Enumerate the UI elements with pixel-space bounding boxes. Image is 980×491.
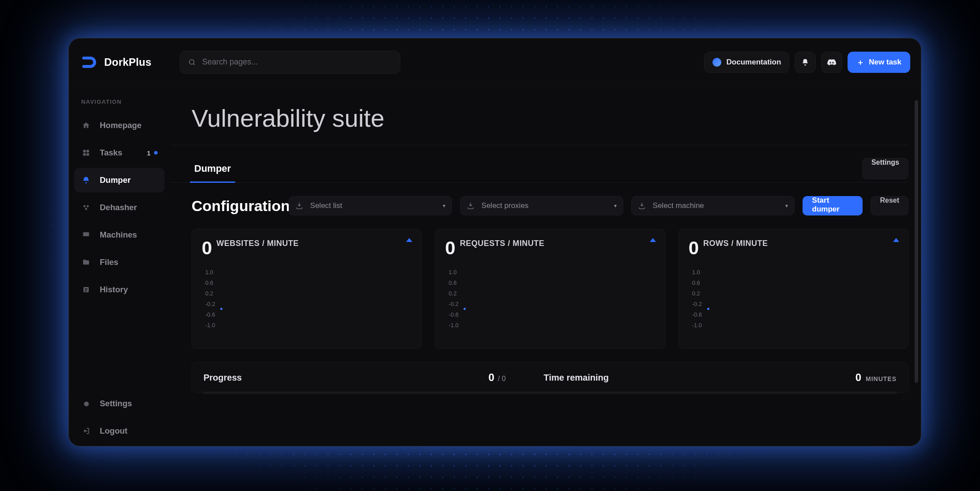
axis-tick: -1.0 xyxy=(449,322,655,329)
triangle-up-icon xyxy=(650,238,656,242)
configuration-row: Configuration Select list ▾ Select proxi… xyxy=(192,196,908,215)
sidebar-item-label: Settings xyxy=(100,399,132,408)
axis-tick: 1.0 xyxy=(692,269,898,276)
y-axis-ticks: 1.0 0.6 0.2 -0.2 -0.6 -1.0 xyxy=(689,269,898,329)
main-content: Vulnerability suite Dumper Settings Conf… xyxy=(170,86,921,446)
axis-tick: 0.2 xyxy=(205,290,411,297)
axis-tick: -0.2 xyxy=(449,301,655,308)
time-value: 0 xyxy=(856,371,861,384)
plus-icon: ＋ xyxy=(856,58,864,66)
grid-icon xyxy=(81,149,91,157)
metric-value: 0 xyxy=(445,239,455,257)
brand-name: DorkPlus xyxy=(104,56,151,68)
search-input[interactable] xyxy=(202,57,392,67)
sidebar-item-label: Files xyxy=(100,257,118,267)
tab-dumper[interactable]: Dumper xyxy=(192,155,234,182)
notifications-button[interactable] xyxy=(795,52,816,73)
chevron-down-icon: ▾ xyxy=(785,203,788,209)
tab-label: Dumper xyxy=(194,163,231,174)
y-axis-ticks: 1.0 0.6 0.2 -0.2 -0.6 -1.0 xyxy=(202,269,411,329)
database-icon xyxy=(81,176,91,184)
progress-label: Progress xyxy=(204,373,242,383)
sidebar-item-label: Homepage xyxy=(100,121,142,130)
axis-tick: 0.6 xyxy=(692,279,898,287)
select-machine-dropdown[interactable]: Select machine ▾ xyxy=(631,196,795,215)
status-dot-icon xyxy=(154,151,158,155)
topbar-actions: Documentation ＋ New task xyxy=(704,52,910,73)
sidebar-item-label: History xyxy=(100,285,128,295)
sidebar-item-tasks[interactable]: Tasks 1 xyxy=(74,140,165,165)
search-icon xyxy=(188,58,196,66)
sidebar-item-dumper[interactable]: Dumper xyxy=(74,168,165,193)
sidebar-item-history[interactable]: History xyxy=(74,277,165,302)
svg-rect-1 xyxy=(83,150,86,152)
sidebar-item-label: Dumper xyxy=(100,175,131,185)
select-proxies-dropdown[interactable]: Select proxies ▾ xyxy=(460,196,623,215)
svg-rect-5 xyxy=(83,232,89,236)
download-icon xyxy=(467,202,475,210)
axis-tick: -1.0 xyxy=(205,322,411,329)
axis-tick: 0.6 xyxy=(205,279,411,287)
axis-tick: -0.2 xyxy=(205,301,411,308)
discord-button[interactable] xyxy=(821,52,842,73)
sidebar-section-label: NAVIGATION xyxy=(69,96,170,113)
chevron-down-icon: ▾ xyxy=(614,203,617,209)
start-dumper-label: Start dumper xyxy=(812,196,840,213)
axis-tick: -0.6 xyxy=(692,311,898,318)
scrollbar-thumb[interactable] xyxy=(915,100,918,383)
axis-tick: -0.2 xyxy=(692,301,898,308)
svg-rect-2 xyxy=(87,150,89,152)
time-unit: MINUTES xyxy=(866,375,897,382)
sidebar-item-logout[interactable]: Logout xyxy=(74,419,165,443)
chevron-down-icon: ▾ xyxy=(443,203,445,209)
tabbar: Dumper Settings xyxy=(192,155,908,182)
card-requests-per-minute: 0 REQUESTS / MINUTE 1.0 0.6 0.2 -0.2 -0.… xyxy=(435,229,665,349)
card-websites-per-minute: 0 WEBSITES / MINUTE 1.0 0.6 0.2 -0.2 -0.… xyxy=(192,229,422,349)
sidebar-item-dehasher[interactable]: Dehasher xyxy=(74,195,165,220)
reset-label: Reset xyxy=(880,196,899,204)
tasks-badge: 1 xyxy=(147,149,158,157)
triangle-up-icon xyxy=(893,238,899,242)
sidebar-item-homepage[interactable]: Homepage xyxy=(74,113,165,138)
data-point-icon xyxy=(707,308,709,310)
data-point-icon xyxy=(220,308,222,310)
tasks-count: 1 xyxy=(147,149,151,157)
new-task-button[interactable]: ＋ New task xyxy=(848,52,910,73)
svg-point-0 xyxy=(189,60,194,64)
progress-done: 0 xyxy=(488,371,494,384)
divider xyxy=(170,145,908,145)
sidebar-item-settings[interactable]: Settings xyxy=(74,391,165,416)
download-icon xyxy=(295,202,303,210)
hash-icon xyxy=(81,204,91,212)
metric-value: 0 xyxy=(689,239,699,257)
sidebar-item-label: Tasks xyxy=(100,148,122,158)
divider xyxy=(170,182,908,183)
search-field[interactable] xyxy=(180,51,400,74)
reset-button[interactable]: Reset xyxy=(871,196,908,215)
select-list-label: Select list xyxy=(310,201,343,210)
configuration-title: Configuration xyxy=(192,197,278,215)
download-icon xyxy=(638,202,646,210)
settings-label: Settings xyxy=(871,159,899,166)
discord-icon xyxy=(827,59,836,66)
select-list-dropdown[interactable]: Select list ▾ xyxy=(289,196,452,215)
sidebar-item-files[interactable]: Files xyxy=(74,250,165,275)
sidebar-item-machines[interactable]: Machines xyxy=(74,223,165,247)
home-icon xyxy=(81,121,91,129)
monitor-icon xyxy=(81,231,91,239)
metric-label: WEBSITES / MINUTE xyxy=(216,239,299,248)
settings-button[interactable]: Settings xyxy=(862,158,908,179)
app-window: DorkPlus Documentation xyxy=(68,38,921,446)
documentation-button[interactable]: Documentation xyxy=(704,52,790,73)
brand: DorkPlus xyxy=(81,54,151,71)
axis-tick: 1.0 xyxy=(205,269,411,276)
globe-icon xyxy=(712,58,721,67)
progress-total: / 0 xyxy=(498,375,506,383)
select-proxies-label: Select proxies xyxy=(482,201,529,210)
progress-bar xyxy=(203,392,897,394)
time-remaining-value: 0 MINUTES xyxy=(856,371,897,384)
start-dumper-button[interactable]: Start dumper xyxy=(803,196,863,215)
folder-icon xyxy=(81,258,91,266)
axis-tick: -0.6 xyxy=(205,311,411,318)
axis-tick: -1.0 xyxy=(692,322,898,329)
